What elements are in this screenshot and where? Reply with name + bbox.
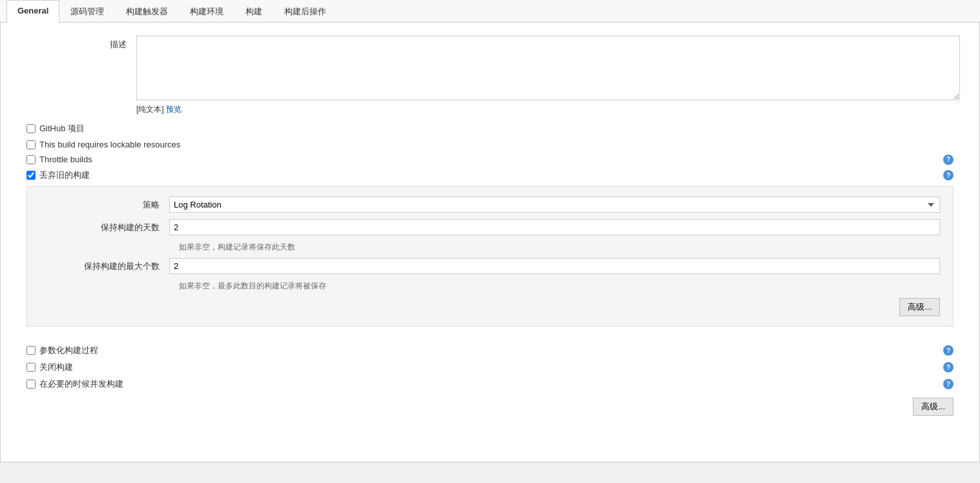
throttle-checkbox[interactable]: [26, 155, 36, 164]
strategy-label: 策略: [40, 199, 169, 211]
strategy-select-wrapper: Log Rotation: [169, 197, 940, 213]
throttle-checkbox-row: Throttle builds ?: [20, 155, 960, 164]
github-label: GitHub 项目: [39, 123, 85, 134]
keep-max-row: 保持构建的最大个数: [40, 258, 940, 274]
tab-build[interactable]: 构建: [235, 0, 273, 23]
tab-scm[interactable]: 源码管理: [59, 0, 115, 23]
throttle-help-icon[interactable]: ?: [943, 155, 954, 165]
tab-post[interactable]: 构建后操作: [273, 0, 337, 23]
tab-env[interactable]: 构建环境: [179, 0, 235, 23]
keep-max-input[interactable]: [169, 258, 940, 274]
description-row: 描述 [纯文本] 预览: [20, 36, 960, 115]
disable-label: 关闭构建: [39, 361, 73, 373]
keep-days-label: 保持构建的天数: [40, 222, 169, 233]
disable-checkbox[interactable]: [26, 363, 36, 372]
param-checkbox[interactable]: [26, 346, 36, 355]
disable-checkbox-row: 关闭构建 ?: [20, 361, 960, 373]
lockable-checkbox[interactable]: [26, 140, 36, 149]
keep-days-row: 保持构建的天数: [40, 219, 940, 235]
content-area: 描述 [纯文本] 预览 GitHub 项目 This build require…: [0, 23, 980, 462]
discard-checkbox-row: 丢弃旧的构建 ?: [20, 169, 960, 181]
tab-general[interactable]: General: [6, 0, 59, 23]
plain-text-label: [纯文本]: [136, 105, 164, 114]
discard-subsection: 策略 Log Rotation 保持构建的天数 如果非空，构建记录将保存此天数 …: [26, 186, 954, 327]
advanced-btn2-row: 高级...: [20, 398, 960, 416]
keep-max-label: 保持构建的最大个数: [40, 261, 169, 272]
github-checkbox[interactable]: [26, 124, 36, 133]
concurrent-help-icon[interactable]: ?: [943, 379, 954, 389]
tab-trigger[interactable]: 构建触发器: [115, 0, 179, 23]
description-label: 描述: [20, 36, 136, 50]
advanced-btn-row: 高级...: [40, 298, 940, 316]
discard-checkbox[interactable]: [26, 171, 36, 180]
discard-help-icon[interactable]: ?: [943, 170, 954, 180]
advanced-button[interactable]: 高级...: [899, 298, 940, 316]
disable-help-icon[interactable]: ?: [943, 362, 954, 372]
keep-max-hint: 如果非空，最多此数目的构建记录将被保存: [179, 281, 940, 292]
param-label: 参数化构建过程: [39, 345, 98, 356]
param-help-icon[interactable]: ?: [943, 345, 954, 356]
concurrent-label: 在必要的时候并发构建: [39, 378, 123, 390]
strategy-row: 策略 Log Rotation: [40, 197, 940, 213]
description-input[interactable]: [136, 36, 960, 100]
concurrent-checkbox[interactable]: [26, 380, 36, 389]
lockable-label: This build requires lockable resources: [39, 140, 180, 149]
throttle-label: Throttle builds: [39, 155, 92, 164]
strategy-select[interactable]: Log Rotation: [169, 197, 940, 213]
plain-text-preview: [纯文本] 预览: [136, 104, 960, 115]
param-checkbox-row: 参数化构建过程 ?: [20, 345, 960, 356]
concurrent-checkbox-row: 在必要的时候并发构建 ?: [20, 378, 960, 390]
keep-days-hint: 如果非空，构建记录将保存此天数: [179, 242, 940, 253]
discard-label: 丢弃旧的构建: [39, 169, 90, 181]
keep-days-input[interactable]: [169, 219, 940, 235]
tab-bar: General 源码管理 构建触发器 构建环境 构建 构建后操作: [0, 0, 980, 23]
advanced-button-2[interactable]: 高级...: [913, 398, 954, 416]
description-control: [纯文本] 预览: [136, 36, 960, 115]
github-checkbox-row: GitHub 项目: [20, 123, 960, 134]
lockable-checkbox-row: This build requires lockable resources: [20, 140, 960, 149]
preview-link[interactable]: 预览: [166, 105, 182, 114]
